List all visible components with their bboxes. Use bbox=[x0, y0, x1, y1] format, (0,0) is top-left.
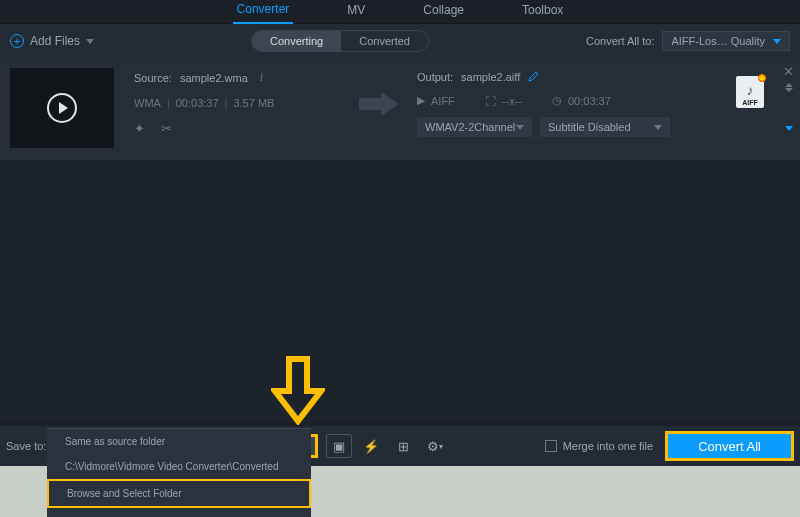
settings-button[interactable]: ⚙▾ bbox=[422, 434, 448, 458]
item-side-controls: ✕ bbox=[783, 64, 794, 131]
source-label: Source: bbox=[134, 72, 172, 84]
seg-converting[interactable]: Converting bbox=[252, 31, 341, 51]
edit-icon[interactable] bbox=[528, 70, 540, 84]
seg-converted[interactable]: Converted bbox=[341, 31, 428, 51]
tab-toolbox[interactable]: Toolbox bbox=[518, 3, 567, 23]
source-meta: WMA|00:03:37|3.57 MB bbox=[134, 97, 359, 109]
chevron-down-icon bbox=[86, 39, 94, 44]
output-duration: 00:03:37 bbox=[568, 95, 611, 107]
cut-icon[interactable]: ✂ bbox=[161, 121, 172, 136]
convert-all-to-dropdown[interactable]: AIFF-Los… Quality bbox=[662, 31, 790, 51]
add-files-label: Add Files bbox=[30, 34, 80, 48]
thumbnail[interactable] bbox=[10, 68, 114, 148]
close-icon[interactable]: ✕ bbox=[783, 64, 794, 79]
audio-icon: ▶ bbox=[417, 94, 425, 107]
toolbar: + Add Files Converting Converted Convert… bbox=[0, 24, 800, 58]
open-folder-button[interactable]: ▣ bbox=[326, 434, 352, 458]
arrow-right-icon bbox=[359, 92, 399, 116]
chevron-down-icon bbox=[516, 125, 524, 130]
chevron-down-icon bbox=[773, 39, 781, 44]
source-filename: sample2.wma bbox=[180, 72, 248, 84]
convert-all-to: Convert All to: AIFF-Los… Quality bbox=[586, 31, 790, 51]
convert-all-button[interactable]: Convert All bbox=[665, 431, 794, 461]
save-to-label: Save to: bbox=[6, 440, 46, 452]
convert-all-to-label: Convert All to: bbox=[586, 35, 654, 47]
chevron-down-icon bbox=[654, 125, 662, 130]
output-label: Output: bbox=[417, 71, 453, 83]
merge-label: Merge into one file bbox=[563, 440, 654, 452]
save-option-default-path[interactable]: C:\Vidmore\Vidmore Video Converter\Conve… bbox=[47, 454, 311, 479]
plus-icon: + bbox=[10, 34, 24, 48]
output-filename: sample2.aiff bbox=[461, 71, 520, 83]
save-option-browse[interactable]: Browse and Select Folder bbox=[47, 479, 311, 508]
tab-collage[interactable]: Collage bbox=[419, 3, 468, 23]
audio-channel-dropdown[interactable]: WMAV2-2Channel bbox=[417, 117, 532, 137]
main-tabs: Converter MV Collage Toolbox bbox=[0, 0, 800, 24]
convert-all-to-value: AIFF-Los… Quality bbox=[671, 35, 765, 47]
media-item-row: Source: sample2.wma i WMA|00:03:37|3.57 … bbox=[0, 58, 800, 160]
music-note-icon: ♪ bbox=[747, 82, 754, 98]
subtitle-dropdown[interactable]: Subtitle Disabled bbox=[540, 117, 670, 137]
star-icon[interactable]: ✦ bbox=[134, 121, 145, 136]
source-column: Source: sample2.wma i WMA|00:03:37|3.57 … bbox=[134, 68, 359, 136]
empty-area bbox=[0, 160, 800, 422]
bg-strip bbox=[0, 466, 47, 517]
output-column: Output: sample2.aiff ▶AIFF ⛶--x-- ◷00:03… bbox=[417, 68, 790, 137]
format-chevron-icon[interactable] bbox=[785, 126, 793, 131]
bg-strip bbox=[311, 466, 800, 517]
merge-checkbox[interactable]: Merge into one file bbox=[545, 440, 654, 452]
segmented-status: Converting Converted bbox=[251, 30, 429, 52]
tool-icons: ▣ ⚡ ⊞ ⚙▾ bbox=[326, 434, 448, 458]
checkbox-icon bbox=[545, 440, 557, 452]
save-option-same-source[interactable]: Same as source folder bbox=[47, 429, 311, 454]
hw-accel-button[interactable]: ⊞ bbox=[390, 434, 416, 458]
reorder-icon[interactable] bbox=[785, 83, 793, 92]
flash-button[interactable]: ⚡ bbox=[358, 434, 384, 458]
expand-icon: ⛶ bbox=[485, 95, 496, 107]
tab-converter[interactable]: Converter bbox=[233, 2, 294, 24]
play-icon bbox=[47, 93, 77, 123]
output-format: AIFF bbox=[431, 95, 455, 107]
tab-mv[interactable]: MV bbox=[343, 3, 369, 23]
output-format-badge[interactable]: ♪ AIFF bbox=[736, 76, 764, 108]
add-files-button[interactable]: + Add Files bbox=[10, 34, 94, 48]
info-icon[interactable]: i bbox=[256, 70, 267, 85]
save-path-options: Same as source folder C:\Vidmore\Vidmore… bbox=[47, 428, 311, 508]
clock-icon: ◷ bbox=[552, 94, 562, 107]
output-resolution: --x-- bbox=[502, 95, 522, 107]
